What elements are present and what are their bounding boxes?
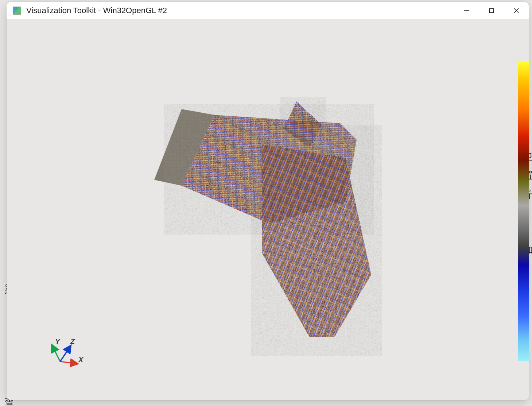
color-scale-bar: [518, 62, 529, 361]
render-viewport[interactable]: X Y Z: [7, 19, 529, 400]
seismic-crossline-slice: [262, 144, 371, 337]
app-icon: [13, 7, 21, 15]
axis-label-x: X: [78, 356, 84, 364]
titlebar[interactable]: Visualization Toolkit - Win32OpenGL #2: [7, 2, 529, 19]
svg-line-27: [60, 361, 77, 364]
svg-rect-1: [490, 9, 494, 13]
minimize-button[interactable]: [454, 2, 479, 19]
orientation-triad[interactable]: X Y Z: [48, 337, 89, 370]
minimize-icon: [464, 8, 470, 13]
close-icon: [513, 8, 519, 13]
svg-line-29: [60, 346, 70, 361]
svg-line-28: [52, 345, 60, 361]
maximize-button[interactable]: [479, 2, 504, 19]
maximize-icon: [489, 8, 494, 13]
window-title: Visualization Toolkit - Win32OpenGL #2: [26, 6, 167, 15]
svg-marker-25: [262, 144, 371, 337]
axis-label-z: Z: [70, 337, 75, 345]
close-button[interactable]: [504, 2, 529, 19]
axis-label-y: Y: [55, 337, 61, 345]
app-window: Visualization Toolkit - Win32OpenGL #2: [7, 2, 529, 400]
